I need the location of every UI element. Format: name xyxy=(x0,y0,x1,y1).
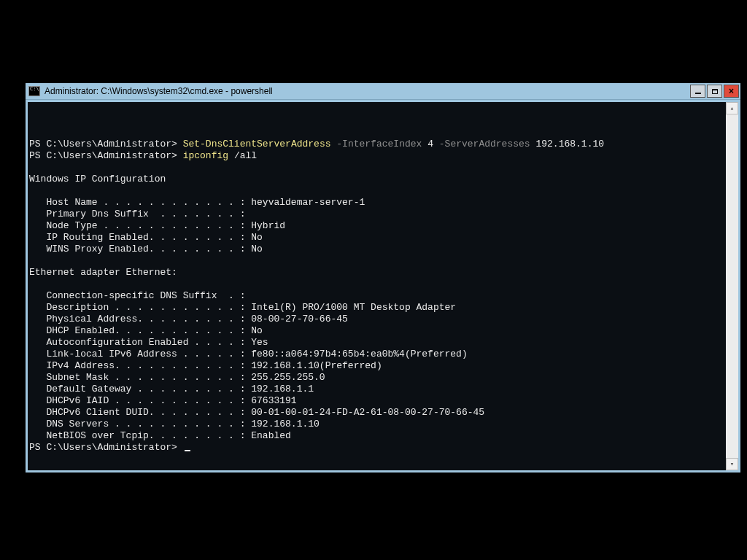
blank-line xyxy=(29,127,35,138)
client-area: PS C:\Users\Administrator> Set-DnsClient… xyxy=(28,102,738,470)
section-header: Windows IP Configuration xyxy=(29,174,166,184)
scrollbar[interactable]: ▴ ▾ xyxy=(726,102,738,470)
subnet-mask-line: Subnet Mask . . . . . . . . . . . : 255.… xyxy=(29,372,325,383)
blank-line xyxy=(29,255,35,266)
maximize-button[interactable] xyxy=(707,85,722,98)
ps-line-1: PS C:\Users\Administrator> Set-DnsClient… xyxy=(29,139,604,149)
dns-servers-line: DNS Servers . . . . . . . . . . . : 192.… xyxy=(29,419,320,429)
blank-line xyxy=(29,185,35,196)
dhcpv6-duid-line: DHCPv6 Client DUID. . . . . . . . : 00-0… xyxy=(29,407,484,418)
hostname-line: Host Name . . . . . . . . . . . . : heyv… xyxy=(29,197,365,208)
netbios-line: NetBIOS over Tcpip. . . . . . . . : Enab… xyxy=(29,430,291,441)
cmd-icon xyxy=(28,86,40,96)
ps-prompt-idle: PS C:\Users\Administrator> xyxy=(29,442,190,453)
blank-line xyxy=(29,115,35,126)
autoconfiguration-line: Autoconfiguration Enabled . . . . : Yes xyxy=(29,337,268,348)
scroll-track[interactable] xyxy=(726,114,738,458)
ip-routing-line: IP Routing Enabled. . . . . . . . : No xyxy=(29,232,263,243)
window-title: Administrator: C:\Windows\system32\cmd.e… xyxy=(44,86,689,96)
blank-line xyxy=(29,162,35,173)
scroll-down-button[interactable]: ▾ xyxy=(726,458,738,470)
link-local-ipv6-line: Link-local IPv6 Address . . . . . : fe80… xyxy=(29,349,468,359)
conn-dns-suffix-line: Connection-specific DNS Suffix . : xyxy=(29,290,245,301)
cmd-window: Administrator: C:\Windows\system32\cmd.e… xyxy=(25,82,741,473)
close-button[interactable]: × xyxy=(724,85,739,98)
blank-line xyxy=(29,279,35,289)
node-type-line: Node Type . . . . . . . . . . . . : Hybr… xyxy=(29,220,285,231)
wins-proxy-line: WINS Proxy Enabled. . . . . . . . : No xyxy=(29,244,263,254)
section-header: Ethernet adapter Ethernet: xyxy=(29,267,177,278)
primary-dns-suffix-line: Primary Dns Suffix . . . . . . . : xyxy=(29,209,245,219)
minimize-button[interactable] xyxy=(690,85,705,98)
ps-line-2: PS C:\Users\Administrator> ipconfig /all xyxy=(29,150,257,161)
terminal-output[interactable]: PS C:\Users\Administrator> Set-DnsClient… xyxy=(28,102,726,470)
scroll-up-button[interactable]: ▴ xyxy=(726,102,738,114)
description-line: Description . . . . . . . . . . . : Inte… xyxy=(29,302,456,313)
physical-address-line: Physical Address. . . . . . . . . : 08-0… xyxy=(29,314,348,324)
dhcp-enabled-line: DHCP Enabled. . . . . . . . . . . : No xyxy=(29,325,263,336)
cursor-icon xyxy=(185,450,190,451)
default-gateway-line: Default Gateway . . . . . . . . . : 192.… xyxy=(29,384,314,394)
dhcpv6-iaid-line: DHCPv6 IAID . . . . . . . . . . . : 6763… xyxy=(29,395,297,406)
ipv4-address-line: IPv4 Address. . . . . . . . . . . : 192.… xyxy=(29,360,382,371)
titlebar[interactable]: Administrator: C:\Windows\system32\cmd.e… xyxy=(26,83,740,100)
